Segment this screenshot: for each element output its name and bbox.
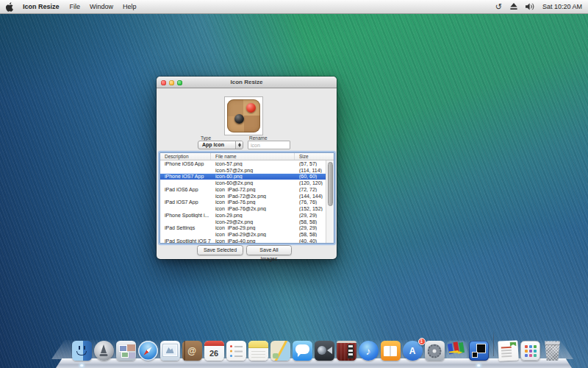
dock-separator: [493, 331, 495, 356]
dock-item-applications-folder-icon[interactable]: [520, 341, 540, 361]
type-label: Type: [201, 135, 211, 141]
close-button[interactable]: [161, 80, 166, 85]
table-cell-description: iPhone iOS7 App: [160, 174, 211, 179]
table-row[interactable]: iPhone iOS6 Appicon-57.png(57, 57): [160, 160, 326, 167]
table-row[interactable]: iPad Settingsicon_iPad-29.png(29, 29): [160, 225, 326, 232]
dock-item-launchpad-icon[interactable]: [94, 341, 114, 361]
eject-icon[interactable]: [510, 3, 517, 10]
apple-menu-icon[interactable]: [6, 2, 14, 12]
column-header-size[interactable]: Size: [295, 153, 334, 160]
red-checker-ball: [246, 103, 256, 113]
dock-item-maps-icon[interactable]: [270, 341, 290, 361]
menu-help[interactable]: Help: [123, 3, 137, 10]
table-header: Description File name Size: [160, 153, 334, 160]
table-cell-description: iPad iOS6 App: [160, 187, 211, 192]
dock-item-system-preferences-icon[interactable]: [425, 341, 445, 361]
table-cell-file: icon-60@2x.png: [211, 180, 295, 185]
table-cell-size: (40, 40): [295, 238, 326, 244]
time-machine-icon[interactable]: ↺: [495, 3, 502, 11]
dock-item-mail-icon[interactable]: [160, 341, 180, 361]
dock-item-trash-icon[interactable]: [542, 341, 562, 361]
table-cell-description: iPhone Spotlight i...: [160, 213, 211, 218]
menu-file[interactable]: File: [70, 3, 81, 10]
table-cell-size: (76, 76): [295, 199, 326, 205]
window-titlebar[interactable]: Icon Resize: [157, 77, 337, 88]
vertical-scrollbar[interactable]: [326, 160, 334, 243]
running-indicator: [477, 364, 480, 367]
minimize-button[interactable]: [169, 80, 174, 85]
table-cell-file: icon-29@2x.png: [211, 219, 295, 224]
table-row[interactable]: icon_iPad-76@2x.png(152, 152): [160, 205, 326, 212]
table-row[interactable]: iPhone iOS7 Appicon-60.png(60, 60): [160, 174, 326, 180]
table-body: iPhone iOS6 Appicon-57.png(57, 57)icon-5…: [160, 160, 326, 243]
dock-item-finder-icon[interactable]: [72, 341, 92, 361]
menu-app-name[interactable]: Icon Resize: [23, 3, 60, 10]
dock-item-itunes-icon[interactable]: ♪: [359, 341, 379, 361]
table-row[interactable]: iPad iOS6 Appicon_iPad-72.png(72, 72): [160, 186, 326, 193]
dock-item-facetime-icon[interactable]: [315, 341, 334, 361]
table-cell-file: icon_iPad-29.png: [211, 225, 295, 230]
table-row[interactable]: icon_iPad-29@2x.png(58, 58): [160, 231, 326, 238]
itunes-glyph: ♪: [359, 341, 379, 361]
scrollbar-thumb[interactable]: [328, 162, 333, 206]
running-indicator: [80, 364, 83, 367]
dock-item-colorful-app-icon[interactable]: [447, 341, 467, 361]
table-row[interactable]: iPad Spotlight iOS 7icon_iPad-40.png(40,…: [160, 238, 326, 244]
table-cell-file: icon-60.png: [211, 174, 295, 179]
table-cell-size: (72, 72): [295, 187, 326, 192]
popup-stepper-icon: [235, 141, 243, 149]
rename-label: Rename: [249, 135, 268, 141]
table-cell-description: iPhone iOS6 App: [160, 161, 211, 166]
table-cell-file: icon-57.png: [211, 161, 295, 166]
dock-item-reminders-icon[interactable]: [226, 341, 246, 361]
icon-size-table: Description File name Size iPhone iOS6 A…: [159, 152, 334, 244]
table-row[interactable]: icon-57@2x.png(114, 114): [160, 167, 326, 174]
zoom-button[interactable]: [177, 80, 182, 85]
table-cell-file: icon_iPad-40.png: [211, 238, 295, 244]
type-popup-value: App Icon: [202, 142, 224, 147]
table-row[interactable]: icon-60@2x.png(120, 120): [160, 180, 326, 186]
save-selected-button[interactable]: Save Selected: [197, 245, 243, 255]
table-cell-file: icon_iPad-76.png: [211, 199, 295, 205]
dock-item-safari-icon[interactable]: [138, 341, 158, 361]
table-row[interactable]: iPhone Spotlight i...icon-29.png(29, 29): [160, 212, 326, 219]
table-row[interactable]: iPad iOS7 Appicon_iPad-76.png(76, 76): [160, 199, 326, 206]
table-cell-size: (144, 144): [295, 194, 326, 199]
dock-item-contacts-icon[interactable]: @: [182, 341, 202, 361]
table-cell-description: iPad Settings: [160, 225, 211, 230]
table-cell-size: (114, 114): [295, 168, 326, 173]
dock-item-photo-booth-icon[interactable]: [337, 341, 356, 361]
table-cell-size: (29, 29): [295, 213, 326, 218]
table-row[interactable]: icon_iPad-72@2x.png(144, 144): [160, 193, 326, 199]
dock-item-notes-icon[interactable]: [248, 341, 268, 361]
table-cell-file: icon_iPad-29@2x.png: [211, 232, 295, 237]
table-cell-file: icon-29.png: [211, 213, 295, 218]
table-cell-size: (60, 60): [295, 174, 326, 179]
table-cell-file: icon_iPad-72.png: [211, 187, 295, 192]
dock-item-calendar-icon[interactable]: 26: [204, 341, 224, 361]
dock-item-downloads-document-icon[interactable]: [498, 340, 518, 361]
rename-input[interactable]: [248, 141, 290, 149]
dock-item-ibooks-icon[interactable]: [381, 341, 401, 361]
column-header-filename[interactable]: File name: [211, 153, 295, 160]
menu-window[interactable]: Window: [90, 3, 113, 10]
contacts-glyph: @: [182, 341, 202, 361]
menu-clock[interactable]: Sat 10:20 AM: [542, 3, 582, 10]
dock-item-mission-control-icon[interactable]: [116, 341, 136, 361]
dock-item-icon-resize-icon[interactable]: [469, 341, 489, 361]
dock-items: @26♪A1: [71, 333, 564, 368]
save-all-images-button[interactable]: Save All Images: [246, 245, 292, 255]
volume-icon[interactable]: [526, 3, 535, 10]
table-row[interactable]: icon-29@2x.png(58, 58): [160, 219, 326, 225]
calendar-day-number: 26: [204, 346, 224, 361]
dock-item-messages-icon[interactable]: [293, 341, 312, 361]
icon-preview-well: [224, 96, 263, 135]
icon-resize-window: Icon Resize Type Rename App Icon Descrip…: [157, 77, 337, 259]
type-popup[interactable]: App Icon: [198, 141, 243, 149]
table-cell-size: (120, 120): [295, 180, 326, 185]
menu-bar: Icon Resize File Window Help ↺ Sat 10:20…: [0, 0, 588, 14]
dock-item-app-store-icon[interactable]: A1: [403, 341, 423, 361]
column-header-description[interactable]: Description: [160, 153, 211, 160]
checkers-app-icon: [227, 99, 260, 132]
table-cell-size: (58, 58): [295, 219, 326, 224]
